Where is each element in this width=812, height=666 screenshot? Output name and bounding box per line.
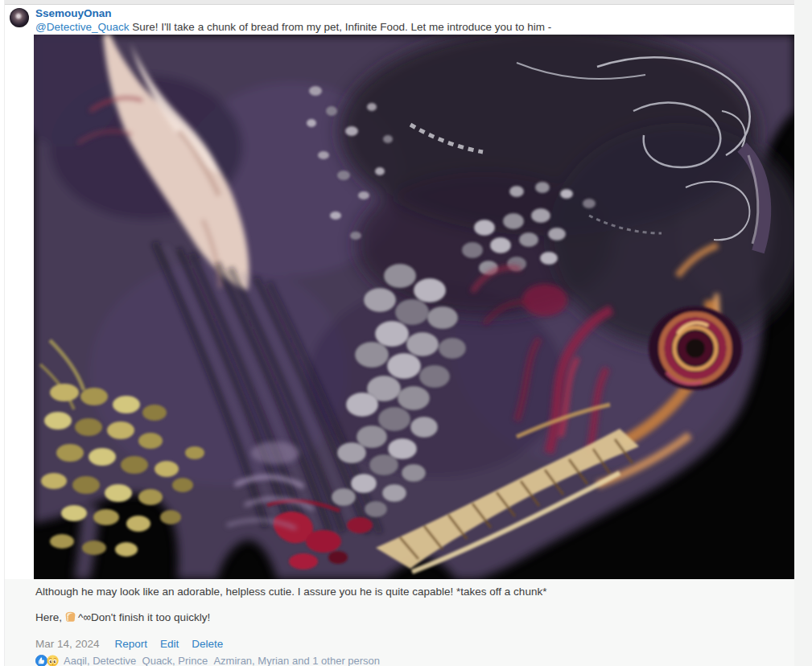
pleading-face-emoji-icon[interactable]	[47, 655, 59, 666]
post-body-line2: Here, ^∞ Don't finish it too quickly!	[35, 610, 210, 623]
page-right-gutter	[794, 0, 812, 666]
post-footer: Mar 14, 2024 Report Edit Delete	[35, 638, 236, 650]
mention-link[interactable]: @Detective_Quack	[35, 21, 130, 33]
bread-emoji-icon	[64, 610, 77, 623]
page-left-border	[4, 0, 5, 666]
here-text-suffix: Don't finish it too quickly!	[91, 611, 210, 623]
post-intro-line: @Detective_Quack Sure! I'll take a chunk…	[35, 21, 551, 33]
intro-text: Sure! I'll take a chunk of bread from my…	[130, 21, 552, 33]
previous-post-divider	[5, 0, 812, 5]
post-image[interactable]	[34, 35, 794, 579]
post-body-line1: Although he may look like an adorable, h…	[35, 586, 546, 598]
reaction-names-link[interactable]: Aaqil, Detective_Quack, Prince_Azmiran, …	[64, 655, 380, 666]
avatar[interactable]	[10, 8, 29, 27]
edit-button[interactable]: Edit	[160, 638, 179, 650]
reactions-row: Aaqil, Detective_Quack, Prince_Azmiran, …	[35, 655, 380, 666]
thumbs-up-emoji-icon[interactable]	[35, 655, 47, 666]
here-text: Here,	[35, 611, 62, 623]
infinity-exponent: ^∞	[78, 611, 91, 623]
post-date: Mar 14, 2024	[35, 638, 100, 650]
username-link[interactable]: SsemouyOnan	[35, 7, 112, 19]
report-button[interactable]: Report	[115, 638, 148, 650]
delete-button[interactable]: Delete	[192, 638, 223, 650]
